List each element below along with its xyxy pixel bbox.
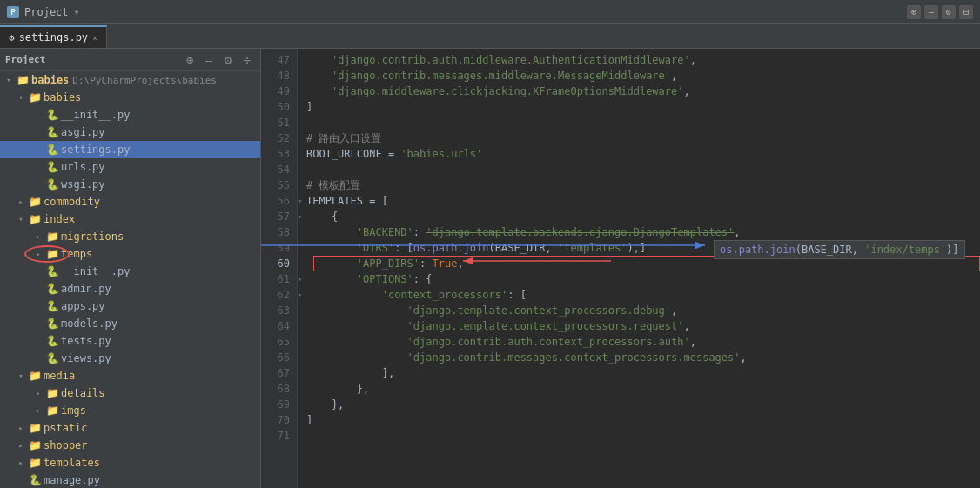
ln-62: 62 bbox=[261, 287, 297, 303]
settings-ctrl[interactable]: ⚙ bbox=[942, 5, 956, 19]
manage-file-icon: 🐍 bbox=[28, 473, 42, 487]
sidebar-apps-label: apps.py bbox=[61, 300, 105, 312]
subtract-ctrl[interactable]: – bbox=[924, 5, 938, 19]
sidebar-item-apps[interactable]: 🐍 apps.py bbox=[0, 297, 260, 315]
views-file-icon: 🐍 bbox=[45, 351, 59, 365]
sidebar-item-index[interactable]: 📁 index bbox=[0, 211, 260, 228]
ln-60: 60 bbox=[261, 256, 297, 271]
sidebar-subtract-ctrl[interactable]: – bbox=[201, 52, 217, 68]
sidebar-views-label: views.py bbox=[61, 352, 111, 364]
ln-51: 51 bbox=[261, 115, 297, 130]
init2-file-icon: 🐍 bbox=[45, 264, 59, 278]
project-icon: P bbox=[7, 6, 19, 18]
migrations-folder-icon: 📁 bbox=[45, 230, 59, 244]
code-line-66: 'django.contrib.messages.context_process… bbox=[306, 350, 980, 365]
ln-55: 55 bbox=[261, 177, 297, 193]
sidebar-item-manage[interactable]: 🐍 manage.py bbox=[0, 471, 260, 488]
sidebar-add-ctrl[interactable]: ⊕ bbox=[182, 52, 198, 68]
asgi-file-icon: 🐍 bbox=[45, 125, 59, 139]
sidebar-item-imgs[interactable]: 📁 imgs bbox=[0, 402, 260, 419]
ln-58: 58 bbox=[261, 224, 297, 240]
ln-49: 49 bbox=[261, 84, 297, 99]
sidebar-item-views[interactable]: 🐍 views.py bbox=[0, 350, 260, 367]
code-line-67: ], bbox=[306, 365, 980, 381]
sidebar-details-label: details bbox=[61, 387, 105, 399]
asgi-arrow-icon bbox=[31, 125, 45, 139]
sidebar-item-admin[interactable]: 🐍 admin.py bbox=[0, 280, 260, 297]
sidebar-item-babies[interactable]: 📁 babies bbox=[0, 89, 260, 106]
index-arrow-icon bbox=[14, 212, 28, 226]
sidebar-item-shopper[interactable]: 📁 shopper bbox=[0, 437, 260, 454]
sidebar-item-models[interactable]: 🐍 models.py bbox=[0, 315, 260, 332]
sidebar-item-asgi[interactable]: 🐍 asgi.py bbox=[0, 124, 260, 141]
models-file-icon: 🐍 bbox=[45, 317, 59, 331]
details-folder-icon: 📁 bbox=[45, 386, 59, 400]
tab-settings-label: settings.py bbox=[19, 31, 88, 43]
sidebar-item-root[interactable]: 📁 babies D:\PyCharmProjects\babies bbox=[0, 71, 260, 89]
code-line-48: 'django.contrib.messages.middleware.Mess… bbox=[306, 68, 980, 84]
sidebar-manage-label: manage.py bbox=[44, 474, 100, 486]
tab-settings[interactable]: ⚙ settings.py ✕ bbox=[0, 25, 107, 48]
code-line-57: { ▾ bbox=[306, 209, 980, 224]
fold-57-icon[interactable]: ▾ bbox=[298, 209, 302, 224]
ln-59: 59 bbox=[261, 240, 297, 256]
code-line-47: 'django.contrib.auth.middleware.Authenti… bbox=[306, 52, 980, 68]
sidebar-item-init2[interactable]: 🐍 __init__.py bbox=[0, 263, 260, 280]
ln-54: 54 bbox=[261, 162, 297, 177]
wsgi-arrow-icon bbox=[31, 177, 45, 191]
init2-arrow-icon bbox=[31, 264, 45, 278]
ln-67: 67 bbox=[261, 365, 297, 381]
commodity-arrow-icon bbox=[14, 195, 28, 209]
sidebar-item-media[interactable]: 📁 media bbox=[0, 367, 260, 384]
code-line-59: 'DIRS': [os.path.join(BASE_DIR, 'templat… bbox=[306, 240, 980, 256]
sidebar-settings-ctrl[interactable]: ⚙ bbox=[220, 52, 236, 68]
tests-arrow-icon bbox=[31, 334, 45, 348]
split-ctrl[interactable]: ⊟ bbox=[959, 5, 973, 19]
sidebar-item-init[interactable]: 🐍 __init__.py bbox=[0, 106, 260, 124]
add-ctrl[interactable]: ⊕ bbox=[907, 5, 921, 19]
code-line-54 bbox=[306, 162, 980, 177]
pstatic-folder-icon: 📁 bbox=[28, 421, 42, 435]
code-line-50: ] bbox=[306, 99, 980, 115]
media-folder-icon: 📁 bbox=[28, 369, 42, 383]
sidebar-item-pstatic[interactable]: 📁 pstatic bbox=[0, 419, 260, 437]
sidebar-split-ctrl[interactable]: ÷ bbox=[239, 52, 255, 68]
temps-arrow-icon bbox=[31, 247, 45, 261]
code-line-56: TEMPLATES = [ ▾ bbox=[306, 193, 980, 209]
title-bar: P Project ▾ ⊕ – ⚙ ⊟ bbox=[0, 0, 980, 24]
code-line-51 bbox=[306, 115, 980, 130]
babies-folder-icon: 📁 bbox=[28, 90, 42, 104]
sidebar-item-tests[interactable]: 🐍 tests.py bbox=[0, 332, 260, 350]
code-line-64: 'django.template.context_processors.requ… bbox=[306, 318, 980, 334]
sidebar-root-label: babies bbox=[31, 74, 69, 86]
sidebar-item-urls[interactable]: 🐍 urls.py bbox=[0, 158, 260, 176]
sidebar-item-temps[interactable]: 📁 temps bbox=[0, 245, 260, 263]
ln-56: 56 bbox=[261, 193, 297, 209]
code-line-61: 'OPTIONS': { ▾ bbox=[306, 271, 980, 287]
sidebar-item-wsgi[interactable]: 🐍 wsgi.py bbox=[0, 176, 260, 193]
fold-56-icon[interactable]: ▾ bbox=[298, 193, 302, 209]
dropdown-icon[interactable]: ▾ bbox=[74, 6, 80, 18]
sidebar-pstatic-label: pstatic bbox=[44, 422, 88, 434]
root-path: D:\PyCharmProjects\babies bbox=[72, 75, 217, 86]
tab-close-icon[interactable]: ✕ bbox=[92, 33, 97, 43]
models-arrow-icon bbox=[31, 317, 45, 331]
sidebar-item-details[interactable]: 📁 details bbox=[0, 384, 260, 402]
tab-bar: ⚙ settings.py ✕ bbox=[0, 24, 980, 49]
apps-file-icon: 🐍 bbox=[45, 299, 59, 313]
sidebar-item-commodity[interactable]: 📁 commodity bbox=[0, 193, 260, 211]
fold-61-icon[interactable]: ▾ bbox=[298, 271, 302, 287]
admin-arrow-icon bbox=[31, 282, 45, 296]
sidebar-item-migrations[interactable]: 📁 migrations bbox=[0, 228, 260, 245]
ln-69: 69 bbox=[261, 397, 297, 412]
sidebar-item-templates[interactable]: 📁 templates bbox=[0, 454, 260, 471]
code-lines: 'django.contrib.auth.middleware.Authenti… bbox=[298, 49, 980, 488]
fold-62-icon[interactable]: ▾ bbox=[298, 287, 302, 303]
sidebar-templates-label: templates bbox=[44, 457, 100, 469]
sidebar-item-settings[interactable]: 🐍 settings.py bbox=[0, 141, 260, 158]
ln-52: 52 bbox=[261, 130, 297, 146]
sidebar-header-controls: ⊕ – ⚙ ÷ bbox=[182, 52, 255, 68]
settings-file-icon2: 🐍 bbox=[45, 143, 59, 157]
sidebar-media-label: media bbox=[44, 370, 75, 382]
editor: 47 48 49 50 51 52 53 54 55 56 57 58 59 6… bbox=[261, 49, 980, 488]
